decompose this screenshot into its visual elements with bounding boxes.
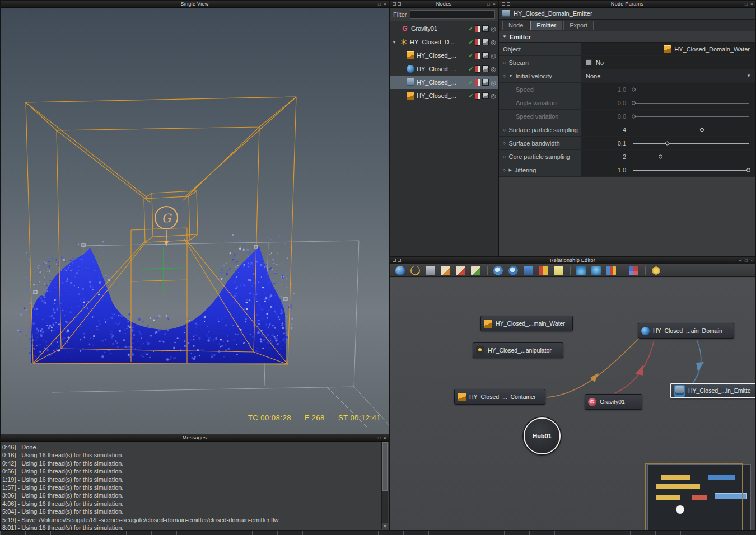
object-value-field[interactable]: HY_Closed_Domain_Water	[581, 43, 755, 55]
surface-bandwidth-slider[interactable]	[633, 137, 749, 149]
check-icon[interactable]: ✓	[468, 92, 473, 99]
viewport-3d-scene[interactable]: G	[1, 1, 390, 434]
options-icon[interactable]: ◎	[491, 39, 496, 45]
node-row-gravity01[interactable]: G Gravity01 ✓ ◎	[390, 22, 498, 35]
stream-checkbox[interactable]	[586, 59, 592, 65]
fit-view-icon[interactable]	[524, 266, 533, 275]
collapse-icon[interactable]: ▼	[502, 34, 507, 39]
cache-icon[interactable]	[482, 25, 489, 32]
toggle-icon[interactable]	[475, 65, 480, 73]
key-circle-icon[interactable]: ○	[503, 60, 506, 65]
zoom-all-icon[interactable]	[508, 266, 518, 275]
layout-grid-icon[interactable]	[629, 266, 638, 275]
close-icon[interactable]: ×	[384, 2, 386, 7]
node-row-domain[interactable]: HY_Closed_... ✓ ◎	[390, 62, 498, 76]
toggle-icon[interactable]	[475, 25, 480, 32]
surface-sampling-slider[interactable]	[633, 123, 749, 136]
speed-variation-slider[interactable]	[633, 110, 749, 123]
jittering-slider[interactable]	[633, 163, 749, 176]
close-icon[interactable]: ×	[750, 258, 753, 263]
restore-icon[interactable]: □	[745, 2, 748, 7]
slider-handle[interactable]	[746, 168, 750, 172]
node-row-container[interactable]: HY_Closed_... ✓ ◎	[390, 89, 498, 102]
releditor-titlebar[interactable]: Relationship Editor − □ ×	[390, 257, 755, 264]
export-document-icon[interactable]	[471, 266, 480, 275]
restore-icon[interactable]: □	[378, 435, 381, 440]
options-icon[interactable]: ◎	[491, 65, 496, 72]
nodes-titlebar[interactable]: Nodes − □ ×	[390, 1, 498, 8]
slider-handle[interactable]	[632, 114, 636, 118]
minimize-icon[interactable]: −	[482, 2, 484, 7]
node-row-water-object[interactable]: HY_Closed_... ✓ ◎	[390, 49, 498, 62]
check-icon[interactable]: ✓	[468, 52, 473, 59]
scene-globe-icon[interactable]	[395, 266, 405, 275]
remove-document-icon[interactable]	[456, 266, 465, 275]
dock-icons[interactable]	[502, 2, 510, 6]
expander-icon[interactable]: ▼	[392, 40, 398, 45]
angle-variation-slider[interactable]	[633, 96, 749, 109]
check-icon[interactable]: ✓	[468, 65, 473, 72]
cache-icon[interactable]	[482, 52, 489, 59]
slider-handle[interactable]	[632, 87, 636, 91]
graph-node-emitter-selected[interactable]: HY_Closed_...in_Emitte	[670, 383, 755, 398]
messages-scrollbar[interactable]: ▼	[381, 442, 388, 529]
core-sampling-slider[interactable]	[633, 150, 749, 163]
toggle-icon[interactable]	[475, 52, 480, 59]
relationship-graph-canvas[interactable]: HY_Closed_...main_Water HY_Closed_...ani…	[390, 278, 755, 530]
options-icon[interactable]: ◎	[491, 25, 496, 32]
filter-input[interactable]	[410, 10, 495, 19]
messages-titlebar[interactable]: Messages □ ×	[1, 434, 389, 442]
slider-handle[interactable]	[632, 101, 636, 105]
toggle-icon[interactable]	[475, 79, 480, 86]
graph-node-hub[interactable]: Hub01	[524, 417, 561, 454]
emitter-tool-icon[interactable]	[576, 266, 586, 275]
check-icon[interactable]: ✓	[468, 25, 473, 32]
toggle-icon[interactable]	[475, 92, 480, 100]
options-icon[interactable]: ◎	[491, 92, 496, 99]
add-document-icon[interactable]	[441, 266, 450, 275]
graph-node-manipulator[interactable]: HY_Closed_...anipulator	[473, 342, 563, 358]
tab-export[interactable]: Export	[563, 21, 594, 30]
graph-node-container[interactable]: HY_Closed_..._Container	[454, 389, 545, 405]
toggle-icon[interactable]	[475, 39, 480, 46]
params-titlebar[interactable]: Node Params − □ ×	[499, 1, 755, 8]
key-circle-icon[interactable]: ○	[503, 167, 506, 173]
note-icon[interactable]	[554, 266, 563, 275]
node-row-emitter-selected[interactable]: HY_Closed_... ✓ ◎	[390, 76, 498, 89]
speed-slider[interactable]	[633, 83, 749, 96]
restore-icon[interactable]: □	[378, 2, 381, 7]
arrange-nodes-icon[interactable]	[539, 266, 548, 275]
scroll-down-icon[interactable]: ▼	[382, 523, 388, 529]
close-icon[interactable]: ×	[493, 2, 496, 7]
cache-icon[interactable]	[482, 65, 489, 72]
minimize-icon[interactable]: −	[739, 258, 742, 263]
tab-node[interactable]: Node	[502, 21, 529, 30]
options-icon[interactable]: ◎	[491, 52, 496, 59]
restore-icon[interactable]: □	[487, 2, 490, 7]
key-circle-icon[interactable]: ○	[503, 127, 506, 133]
cache-icon[interactable]	[482, 79, 489, 86]
viewport-titlebar[interactable]: Single View − □ ×	[1, 1, 389, 8]
minimize-icon[interactable]: −	[372, 2, 375, 7]
options-icon[interactable]: ◎	[491, 79, 496, 86]
message-log[interactable]: 0:46] - Done. 0:16] - Using 16 thread(s)…	[1, 442, 381, 530]
section-header-emitter[interactable]: ▼ Emitter	[499, 31, 755, 43]
check-icon[interactable]: ✓	[468, 39, 473, 45]
timeline-ruler[interactable]	[0, 531, 756, 535]
scrollbar-thumb[interactable]	[382, 442, 388, 491]
graph-node-gravity[interactable]: G Gravity01	[585, 394, 642, 410]
expander-icon[interactable]: ▶	[508, 168, 511, 172]
slider-handle[interactable]	[700, 128, 704, 132]
check-icon[interactable]: ✓	[468, 79, 473, 86]
close-icon[interactable]: ×	[384, 435, 386, 440]
slider-handle[interactable]	[659, 154, 662, 158]
dock-icons[interactable]	[393, 2, 401, 6]
restore-icon[interactable]: □	[745, 258, 748, 263]
time-icon[interactable]	[410, 266, 420, 275]
expander-icon[interactable]: ▼	[508, 74, 512, 78]
zoom-region-icon[interactable]	[493, 266, 503, 275]
hub-tool-icon[interactable]	[651, 266, 661, 275]
cache-icon[interactable]	[482, 39, 489, 45]
graph-node-domain[interactable]: HY_Closed_...ain_Domain	[638, 323, 734, 339]
node-list[interactable]: G Gravity01 ✓ ◎ ▼ ∗ HY_Closed_D... ✓ ◎	[390, 22, 498, 256]
